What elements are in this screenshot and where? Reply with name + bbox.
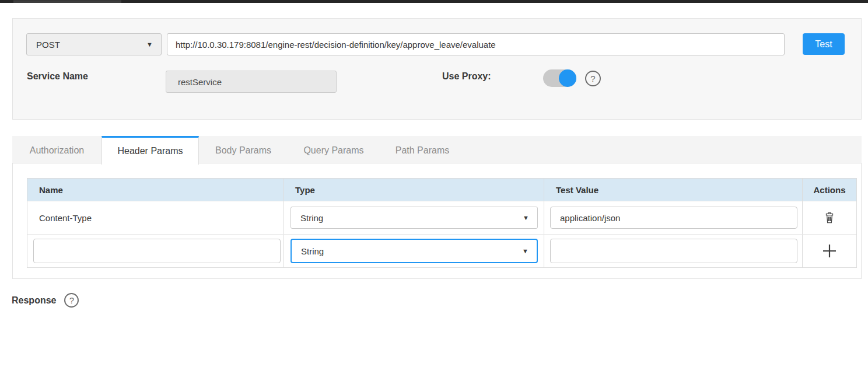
column-header-actions: Actions — [803, 179, 856, 201]
response-help-icon[interactable]: ? — [64, 293, 79, 308]
params-tabbar: Authorization Header Params Body Params … — [12, 136, 862, 163]
request-panel: POST ▼ Test Service Name Use Proxy: ? — [12, 18, 862, 120]
column-header-name: Name — [27, 179, 284, 201]
tab-path-params[interactable]: Path Params — [380, 136, 465, 163]
trash-icon — [823, 211, 836, 225]
tab-body-params[interactable]: Body Params — [199, 136, 288, 163]
delete-row-button[interactable] — [818, 206, 841, 229]
chevron-down-icon: ▼ — [146, 41, 153, 48]
table-row: String ▼ — [27, 234, 856, 267]
param-type-select[interactable]: String ▼ — [290, 207, 538, 229]
param-type-value: String — [301, 246, 324, 256]
param-name-text: Content-Type — [27, 213, 92, 223]
top-window-bar — [0, 0, 868, 3]
new-param-test-value-input[interactable] — [550, 239, 797, 263]
new-param-type-select[interactable]: String ▼ — [290, 239, 538, 263]
tab-header-params[interactable]: Header Params — [102, 136, 199, 165]
url-input[interactable] — [167, 33, 785, 55]
plus-icon — [821, 243, 838, 259]
toggle-knob — [559, 69, 576, 87]
column-header-test-value: Test Value — [544, 179, 803, 201]
tab-authorization[interactable]: Authorization — [12, 136, 102, 163]
table-row: Content-Type String ▼ — [27, 201, 856, 234]
http-method-value: POST — [36, 40, 60, 50]
service-name-field[interactable] — [166, 71, 337, 93]
column-header-type: Type — [284, 179, 544, 201]
chevron-down-icon: ▼ — [523, 214, 529, 221]
use-proxy-toggle[interactable] — [543, 69, 576, 87]
header-params-panel: Name Type Test Value Actions Content-Typ… — [12, 163, 862, 279]
proxy-help-icon[interactable]: ? — [585, 71, 601, 86]
table-header-row: Name Type Test Value Actions — [27, 179, 856, 201]
param-type-value: String — [300, 213, 323, 223]
http-method-select[interactable]: POST ▼ — [26, 33, 162, 55]
params-table: Name Type Test Value Actions Content-Typ… — [27, 178, 857, 268]
add-row-button[interactable] — [818, 239, 841, 263]
response-section: Response ? — [12, 293, 79, 308]
response-label: Response — [12, 295, 56, 306]
test-button[interactable]: Test — [803, 33, 845, 55]
chevron-down-icon: ▼ — [522, 247, 528, 254]
service-name-label: Service Name — [27, 71, 88, 82]
new-param-name-input[interactable] — [33, 239, 281, 263]
param-test-value-input[interactable] — [550, 207, 797, 229]
top-window-tab — [13, 1, 121, 3]
tab-query-params[interactable]: Query Params — [288, 136, 380, 163]
use-proxy-label: Use Proxy: — [442, 71, 491, 82]
